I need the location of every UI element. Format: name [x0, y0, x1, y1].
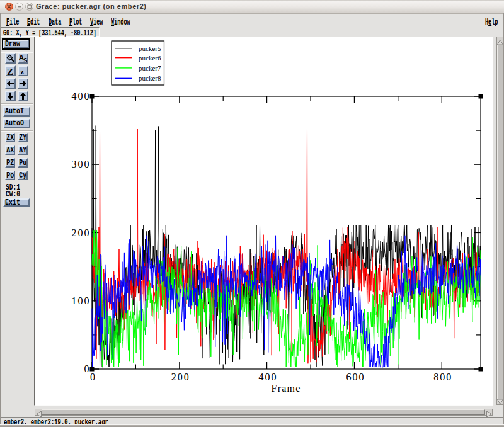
svg-text:300: 300	[72, 159, 91, 169]
svg-text:pucker5: pucker5	[139, 45, 161, 52]
svg-text:400: 400	[259, 372, 278, 382]
svg-text:0: 0	[84, 363, 91, 374]
svg-text:600: 600	[346, 372, 365, 382]
svg-text:800: 800	[433, 372, 452, 382]
svg-text:200: 200	[72, 227, 91, 238]
svg-text:100: 100	[72, 295, 91, 306]
svg-text:S: S	[23, 57, 27, 63]
svg-text:400: 400	[72, 91, 91, 101]
svg-text:Z: Z	[7, 67, 13, 75]
svg-text:pucker7: pucker7	[139, 64, 161, 72]
svg-text:Frame: Frame	[272, 383, 301, 394]
svg-text:z: z	[21, 67, 25, 76]
svg-text:0: 0	[90, 372, 96, 382]
svg-text:pucker6: pucker6	[139, 54, 161, 62]
svg-text:200: 200	[171, 372, 190, 382]
svg-text:pucker8: pucker8	[139, 74, 161, 82]
